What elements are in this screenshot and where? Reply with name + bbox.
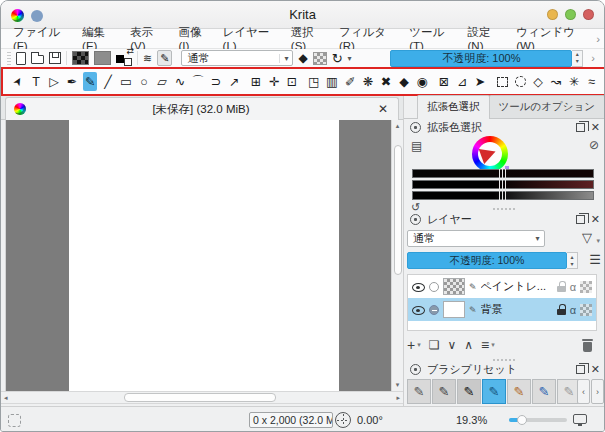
- delete-layer-button[interactable]: [582, 339, 593, 352]
- horizontal-scroll-thumb[interactable]: [124, 393, 276, 402]
- fg-bg-color-swap-icon[interactable]: ⇄: [116, 51, 132, 66]
- multibrush-tool[interactable]: ⊞: [249, 72, 263, 91]
- maximize-button[interactable]: [565, 9, 576, 20]
- freehand-brush-tool[interactable]: ✎: [83, 72, 97, 91]
- menu-overflow-icon[interactable]: ›: [592, 33, 604, 45]
- layer-blending-mode-select[interactable]: 通常 ▾: [407, 230, 545, 247]
- float-docker-icon[interactable]: [576, 215, 585, 224]
- colorize-mask-tool[interactable]: ➤: [473, 72, 487, 91]
- measure-tool[interactable]: ✖: [379, 72, 393, 91]
- zoom-slider-handle[interactable]: [517, 415, 527, 425]
- fill-tool[interactable]: ◆: [397, 72, 411, 91]
- no-color-icon[interactable]: ⊘: [589, 138, 599, 152]
- preset-5[interactable]: ✎: [507, 379, 531, 404]
- new-document-icon[interactable]: [16, 52, 26, 65]
- float-docker-icon[interactable]: [576, 365, 585, 374]
- text-tool[interactable]: T: [29, 72, 43, 91]
- save-icon[interactable]: [49, 52, 61, 64]
- alpha-lock-icon[interactable]: α: [570, 281, 576, 293]
- scroll-up-icon[interactable]: ▴: [392, 122, 403, 130]
- calligraphy-tool[interactable]: ✒: [65, 72, 79, 91]
- ellipse-select-tool[interactable]: [513, 72, 527, 91]
- docker-lock-icon[interactable]: [410, 122, 421, 133]
- preset-6[interactable]: ✎: [532, 379, 556, 404]
- reload-preset-icon[interactable]: ↻: [332, 51, 343, 66]
- layer-name[interactable]: ペイントレ...: [481, 279, 553, 294]
- visibility-eye-icon[interactable]: [412, 280, 425, 293]
- rect-select-tool[interactable]: [495, 72, 509, 91]
- line-tool[interactable]: ╱: [101, 72, 115, 91]
- vertical-scroll-thumb[interactable]: [394, 145, 402, 275]
- close-docker-icon[interactable]: ✕: [591, 122, 600, 133]
- rectangle-tool[interactable]: ▭: [119, 72, 133, 91]
- docker-lock-icon[interactable]: [410, 214, 421, 225]
- freehand-select-tool[interactable]: ↝: [549, 72, 563, 91]
- tab-advanced-color-selector[interactable]: 拡張色選択: [417, 95, 490, 119]
- edit-brush-settings-toggle[interactable]: ✎: [157, 50, 172, 66]
- duplicate-layer-button[interactable]: ❏: [429, 338, 440, 352]
- lock-icon[interactable]: [557, 304, 566, 315]
- tab-tool-options[interactable]: ツールのオプション: [489, 95, 605, 118]
- preset-4[interactable]: ✎: [482, 379, 506, 404]
- transform-select-tool[interactable]: ➤: [6, 71, 29, 93]
- polyline-tool[interactable]: ∿: [173, 72, 187, 91]
- visibility-eye-icon[interactable]: [412, 303, 425, 316]
- alpha-lock-icon[interactable]: α: [570, 304, 576, 316]
- toolbar-overflow-icon[interactable]: ›: [588, 52, 598, 64]
- zoom-slider[interactable]: [509, 418, 567, 422]
- inherit-alpha-icon[interactable]: [580, 281, 592, 293]
- freehand-path-tool[interactable]: ⊃: [209, 72, 223, 91]
- zoom-level-value[interactable]: 19.3%: [456, 414, 487, 426]
- layer-color-label-icon[interactable]: [429, 305, 439, 315]
- presets-prev-button[interactable]: ‹: [577, 379, 590, 404]
- layer-thumbnail[interactable]: [443, 301, 465, 318]
- transform-tool[interactable]: ⊡: [285, 72, 299, 91]
- reference-images-tool[interactable]: ⊠: [437, 72, 451, 91]
- enclose-fill-tool[interactable]: ◉: [415, 72, 429, 91]
- close-docker-icon[interactable]: ✕: [591, 214, 600, 225]
- layer-menu-icon[interactable]: ☰: [589, 252, 601, 267]
- reload-dropdown-icon[interactable]: ▾: [348, 54, 352, 63]
- scroll-down-icon[interactable]: ▾: [392, 381, 403, 389]
- blending-mode-select[interactable]: 通常 ▾: [181, 50, 293, 66]
- layer-color-label-icon[interactable]: [429, 282, 439, 292]
- opacity-spinner[interactable]: ▴ ▾: [572, 50, 583, 67]
- pattern-swatch[interactable]: [94, 51, 111, 65]
- dynamic-brush-tool[interactable]: ↗: [227, 72, 241, 91]
- docker-lock-icon[interactable]: [410, 364, 421, 375]
- gradient-tool[interactable]: ▥: [325, 72, 339, 91]
- preset-3[interactable]: ✎: [457, 379, 481, 404]
- layer-row-background[interactable]: ✎ 背景 α: [408, 298, 596, 321]
- polygon-select-tool[interactable]: ◇: [531, 72, 545, 91]
- layer-thumbnail[interactable]: [443, 278, 465, 295]
- color-channel-bars[interactable]: [412, 169, 594, 202]
- layer-filter-icon[interactable]: ▽: [582, 230, 592, 245]
- hue-ring[interactable]: [472, 136, 508, 172]
- vertical-scrollbar[interactable]: ▴ ▾: [391, 120, 403, 391]
- document-close-icon[interactable]: ✕: [376, 102, 390, 116]
- open-document-icon[interactable]: [31, 55, 44, 64]
- layer-opacity-slider[interactable]: 不透明度: 100%: [407, 252, 567, 269]
- close-window-button[interactable]: [583, 9, 594, 20]
- layer-properties-button[interactable]: ≡: [481, 337, 489, 353]
- close-docker-icon[interactable]: ✕: [591, 364, 600, 375]
- bezier-curve-tool[interactable]: ⌒: [191, 72, 205, 91]
- move-layer-up-button[interactable]: ∧: [464, 338, 473, 352]
- add-layer-dropdown-icon[interactable]: ▾: [417, 341, 421, 349]
- document-tab[interactable]: [未保存] (32.0 MiB) ✕: [5, 97, 399, 120]
- properties-dropdown-icon[interactable]: ▾: [491, 341, 495, 349]
- move-tool[interactable]: ✛: [267, 72, 281, 91]
- assistants-tool[interactable]: ⊿: [455, 72, 469, 91]
- fit-to-screen-icon[interactable]: [573, 414, 587, 424]
- preset-2[interactable]: ✎: [432, 379, 456, 404]
- preset-1[interactable]: ✎: [407, 379, 431, 404]
- horizontal-scrollbar[interactable]: ◂ ▸: [1, 391, 403, 404]
- inherit-alpha-icon[interactable]: [580, 304, 592, 316]
- gradient-swatch[interactable]: [72, 51, 89, 65]
- smart-patch-tool[interactable]: ❋: [361, 72, 375, 91]
- layer-opacity-spinner[interactable]: ▴ ▾: [567, 252, 578, 269]
- color-selector-settings-icon[interactable]: ▤: [411, 139, 422, 153]
- color-sampler-tool[interactable]: ✐: [343, 72, 357, 91]
- ellipse-tool[interactable]: ○: [137, 72, 151, 91]
- opacity-slider[interactable]: 不透明度: 100%: [390, 50, 572, 67]
